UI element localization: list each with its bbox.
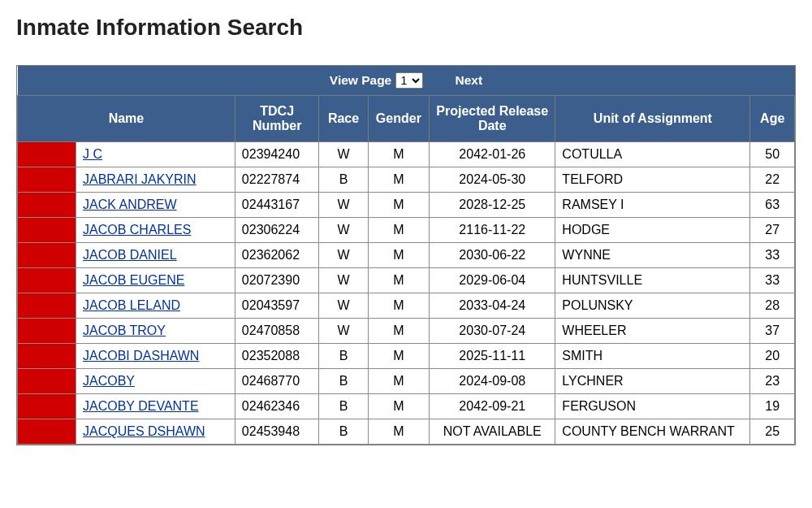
cell-release: 2033-04-24 [430,293,555,319]
table-row: JACOBY02468770BM2024-09-08LYCHNER23 [18,369,795,394]
table-row: JACOB EUGENE02072390WM2029-06-04HUNTSVIL… [18,268,795,293]
cell-gender: M [368,344,430,369]
cell-race: W [319,243,368,268]
cell-unit: COUNTY BENCH WARRANT [555,419,750,445]
cell-race: B [319,369,368,394]
cell-gender: M [368,293,430,319]
cell-unit: POLUNSKY [555,293,750,319]
cell-race: W [319,142,368,167]
results-table-wrapper: View Page 1 Next Name TDCJ Number Race G… [16,65,796,445]
cell-name: J C [76,142,235,167]
cell-name: JACOBY DEVANTE [76,394,235,419]
inmate-name-link[interactable]: JACOBY [83,374,135,388]
cell-race: B [319,344,368,369]
cell-tdcj: 02362062 [235,243,319,268]
row-marker [18,369,76,394]
cell-name: JACK ANDREW [76,193,235,218]
row-marker [18,344,76,369]
cell-age: 33 [750,243,795,268]
cell-gender: M [368,243,430,268]
row-marker [18,218,76,243]
cell-age: 33 [750,268,795,293]
inmate-name-link[interactable]: JACOB LELAND [83,298,180,312]
table-row: JACOB DANIEL02362062WM2030-06-22WYNNE33 [18,243,795,268]
cell-name: JACOB LELAND [76,293,235,319]
inmate-name-link[interactable]: JACK ANDREW [83,198,177,211]
cell-gender: M [368,218,430,243]
inmate-name-link[interactable]: JACOB DANIEL [83,248,177,262]
inmate-name-link[interactable]: JACOBI DASHAWN [83,349,199,363]
cell-age: 37 [750,319,795,344]
inmate-name-link[interactable]: JACOB CHARLES [83,223,191,237]
cell-name: JABRARI JAKYRIN [76,167,235,193]
results-table: View Page 1 Next Name TDCJ Number Race G… [17,66,795,445]
cell-race: W [319,193,368,218]
cell-race: B [319,167,368,193]
cell-tdcj: 02462346 [235,394,319,419]
page-select[interactable]: 1 [395,72,423,89]
cell-release: 2029-06-04 [430,268,555,293]
table-row: JACOB TROY02470858WM2030-07-24WHEELER37 [18,319,795,344]
cell-unit: FERGUSON [555,394,750,419]
cell-release: 2042-01-26 [430,142,555,167]
inmate-name-link[interactable]: JABRARI JAKYRIN [83,172,197,186]
inmate-name-link[interactable]: JACOBY DEVANTE [83,399,199,413]
cell-unit: WYNNE [555,243,750,268]
row-marker [18,142,76,167]
row-marker [18,243,76,268]
cell-tdcj: 02453948 [235,419,319,445]
view-page-group: View Page 1 [330,72,423,89]
cell-name: JACOBI DASHAWN [76,344,235,369]
cell-release: 2030-06-22 [430,243,555,268]
row-marker [18,293,76,319]
cell-release: 2116-11-22 [430,218,555,243]
cell-age: 23 [750,369,795,394]
cell-race: W [319,293,368,319]
cell-release: 2030-07-24 [430,319,555,344]
table-row: JACOB LELAND02043597WM2033-04-24POLUNSKY… [18,293,795,319]
cell-gender: M [368,167,430,193]
cell-release: 2025-11-11 [430,344,555,369]
cell-tdcj: 02470858 [235,319,319,344]
row-marker [18,268,76,293]
inmate-name-link[interactable]: JACOB TROY [83,323,166,337]
cell-release: 2024-05-30 [430,167,555,193]
col-release: Projected Release Date [430,96,555,142]
cell-tdcj: 02043597 [235,293,319,319]
inmate-name-link[interactable]: JACQUES DSHAWN [83,424,205,438]
cell-age: 25 [750,419,795,445]
cell-age: 63 [750,193,795,218]
cell-race: W [319,268,368,293]
cell-unit: WHEELER [555,319,750,344]
table-row: JACOBY DEVANTE02462346BM2042-09-21FERGUS… [18,394,795,419]
cell-unit: HUNTSVILLE [555,268,750,293]
table-row: JACOBI DASHAWN02352088BM2025-11-11SMITH2… [18,344,795,369]
cell-race: B [319,394,368,419]
cell-name: JACOB DANIEL [76,243,235,268]
cell-gender: M [368,419,430,445]
row-marker [18,319,76,344]
inmate-name-link[interactable]: J C [83,147,102,161]
cell-tdcj: 02394240 [235,142,319,167]
cell-age: 50 [750,142,795,167]
row-marker [18,419,76,445]
row-marker [18,394,76,419]
table-row: JACOB CHARLES02306224WM2116-11-22HODGE27 [18,218,795,243]
pager-row: View Page 1 Next [18,66,795,96]
row-marker [18,167,76,193]
col-race: Race [319,96,368,142]
col-name: Name [18,96,235,142]
view-page-label: View Page [330,73,391,87]
header-row: Name TDCJ Number Race Gender Projected R… [18,96,795,142]
cell-race: W [319,218,368,243]
col-tdcj: TDCJ Number [235,96,319,142]
cell-tdcj: 02352088 [235,344,319,369]
cell-unit: COTULLA [555,142,750,167]
next-page-link[interactable]: Next [456,73,483,88]
inmate-name-link[interactable]: JACOB EUGENE [83,273,184,287]
cell-age: 20 [750,344,795,369]
cell-gender: M [368,142,430,167]
table-row: J C02394240WM2042-01-26COTULLA50 [18,142,795,167]
cell-tdcj: 02468770 [235,369,319,394]
cell-age: 27 [750,218,795,243]
